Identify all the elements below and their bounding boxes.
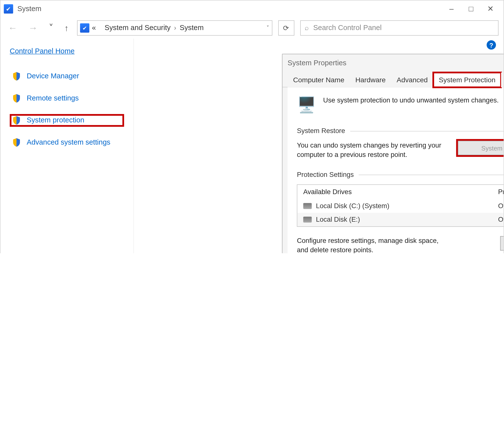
shield-icon xyxy=(12,94,21,103)
restore-help-text: You can undo system changes by reverting… xyxy=(297,141,449,159)
group-label: Protection Settings xyxy=(297,171,504,179)
sidebar-nav: Device Manager Remote settings System pr… xyxy=(10,70,124,149)
col-drives: Available Drives xyxy=(303,188,498,196)
intro-text: Use system protection to undo unwanted s… xyxy=(323,95,499,104)
nav-row: ← → ˅ ↑ ✔ « System and Security › System… xyxy=(0,17,504,39)
search-icon: ⌕ xyxy=(305,24,309,32)
shield-icon xyxy=(12,72,21,81)
drive-row[interactable]: Local Disk (C:) (System) Off xyxy=(297,199,504,213)
breadcrumb-1[interactable]: System and Security xyxy=(105,24,171,32)
address-icon: ✔ xyxy=(80,23,89,33)
drives-header: Available Drives Protection xyxy=(297,185,504,200)
window-controls: – □ ✕ xyxy=(442,2,500,15)
dialog-tabs: Computer Name Hardware Advanced System P… xyxy=(283,72,504,87)
intro-row: 🖥️ Use system protection to undo unwante… xyxy=(297,95,504,115)
sidebar-item-advanced-system-settings[interactable]: Advanced system settings xyxy=(10,136,124,149)
sidebar-item-label: Device Manager xyxy=(27,72,79,81)
titlebar: ✔ System – □ ✕ xyxy=(0,0,504,17)
tab-hardware[interactable]: Hardware xyxy=(350,72,391,87)
system-window: ✔ System – □ ✕ ← → ˅ ↑ ✔ « System and Se… xyxy=(0,0,504,253)
system-properties-dialog: System Properties ✕ Computer Name Hardwa… xyxy=(282,54,504,253)
col-protection: Protection xyxy=(498,188,504,196)
sidebar-item-label: System protection xyxy=(27,116,84,125)
system-app-icon: ✔ xyxy=(4,4,13,14)
drives-list: Available Drives Protection Local Disk (… xyxy=(297,184,504,227)
search-box[interactable]: ⌕ Search Control Panel xyxy=(300,20,498,36)
address-leading: « xyxy=(92,24,96,32)
breadcrumb-sep-icon: › xyxy=(174,24,176,32)
address-bar[interactable]: ✔ « System and Security › System ˅ xyxy=(77,20,272,36)
configure-button[interactable]: Configure... xyxy=(500,236,504,251)
drive-name: Local Disk (C:) (System) xyxy=(316,202,498,210)
drive-name: Local Disk (E:) xyxy=(316,216,498,223)
address-dropdown-icon[interactable]: ˅ xyxy=(267,25,269,31)
minimize-button[interactable]: – xyxy=(442,2,461,15)
breadcrumb-2[interactable]: System xyxy=(180,24,204,32)
tab-system-protection[interactable]: System Protection xyxy=(433,72,501,87)
configure-help-text: Configure restore settings, manage disk … xyxy=(297,236,449,253)
body: Control Panel Home Device Manager Remote… xyxy=(0,39,504,253)
group-system-restore: System Restore You can undo system chang… xyxy=(297,127,504,159)
group-label: System Restore xyxy=(297,127,504,135)
shield-icon xyxy=(12,116,21,125)
dialog-titlebar: System Properties ✕ xyxy=(283,54,504,72)
tab-panel: 🖥️ Use system protection to undo unwante… xyxy=(288,87,504,253)
search-placeholder: Search Control Panel xyxy=(313,24,382,32)
back-button[interactable]: ← xyxy=(5,21,20,35)
drive-row[interactable]: Local Disk (E:) Off xyxy=(297,213,504,226)
tab-remote[interactable]: Remote xyxy=(501,72,504,87)
help-icon[interactable]: ? xyxy=(487,40,496,50)
maximize-button[interactable]: □ xyxy=(461,2,481,15)
drive-icon xyxy=(303,217,312,223)
tab-advanced[interactable]: Advanced xyxy=(391,72,433,87)
recent-dropdown[interactable]: ˅ xyxy=(46,21,56,35)
close-button[interactable]: ✕ xyxy=(481,2,500,15)
shield-icon xyxy=(12,138,21,147)
system-restore-button[interactable]: System Restore... xyxy=(458,141,504,155)
group-protection-settings: Protection Settings Available Drives Pro… xyxy=(297,171,504,253)
sidebar-item-label: Advanced system settings xyxy=(27,138,110,147)
forward-button[interactable]: → xyxy=(26,21,40,35)
control-panel-home-link[interactable]: Control Panel Home xyxy=(10,47,75,55)
tab-computer-name[interactable]: Computer Name xyxy=(288,72,350,87)
sidebar-item-device-manager[interactable]: Device Manager xyxy=(10,70,124,83)
refresh-button[interactable]: ⟳ xyxy=(278,20,294,36)
drive-protection: Off xyxy=(498,202,504,210)
dialog-title: System Properties xyxy=(288,59,346,67)
up-button[interactable]: ↑ xyxy=(62,21,71,34)
sidebar: Control Panel Home Device Manager Remote… xyxy=(0,39,134,253)
sidebar-item-remote-settings[interactable]: Remote settings xyxy=(10,92,124,105)
window-title: System xyxy=(17,5,42,13)
system-protection-icon: 🖥️ xyxy=(297,95,316,115)
sidebar-item-system-protection[interactable]: System protection xyxy=(10,114,124,127)
sidebar-item-label: Remote settings xyxy=(27,94,79,102)
content-area: ? 0 ation gs Workgroup: WORKGROUP System… xyxy=(134,39,504,253)
drive-protection: Off xyxy=(498,216,504,223)
drive-icon xyxy=(303,203,312,209)
